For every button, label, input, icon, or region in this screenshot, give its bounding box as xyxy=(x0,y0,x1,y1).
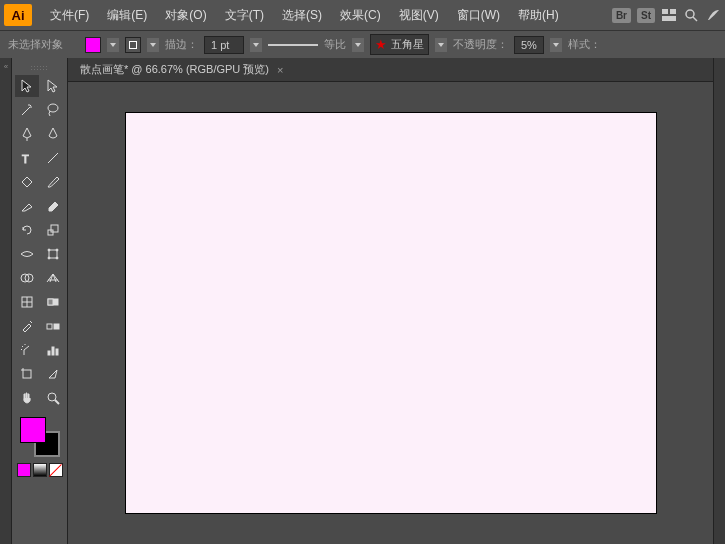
svg-point-12 xyxy=(48,249,50,251)
hand-tool[interactable] xyxy=(15,387,39,409)
fill-dropdown[interactable] xyxy=(107,38,119,52)
mesh-tool[interactable] xyxy=(15,291,39,313)
artboard[interactable] xyxy=(126,113,656,513)
curvature-tool[interactable] xyxy=(41,123,65,145)
width-tool[interactable] xyxy=(15,243,39,265)
color-mode-solid[interactable] xyxy=(17,463,31,477)
svg-rect-28 xyxy=(23,370,31,378)
color-mode-gradient[interactable] xyxy=(33,463,47,477)
brush-selector[interactable]: ★ 五角星 xyxy=(370,34,429,55)
arrange-icon[interactable] xyxy=(661,7,677,23)
svg-line-4 xyxy=(693,17,697,21)
zoom-tool[interactable] xyxy=(41,387,65,409)
svg-point-5 xyxy=(48,104,58,112)
symbol-sprayer-tool[interactable] xyxy=(15,339,39,361)
gradient-tool[interactable] xyxy=(41,291,65,313)
opacity-label: 不透明度： xyxy=(453,37,508,52)
shaper-tool[interactable] xyxy=(15,195,39,217)
svg-marker-8 xyxy=(22,177,32,187)
stroke-profile[interactable] xyxy=(268,44,318,46)
eyedropper-tool[interactable] xyxy=(15,315,39,337)
direct-selection-tool[interactable] xyxy=(41,75,65,97)
color-picker[interactable] xyxy=(20,417,60,457)
menu-view[interactable]: 视图(V) xyxy=(391,3,447,28)
menu-bar: Ai 文件(F) 编辑(E) 对象(O) 文字(T) 选择(S) 效果(C) 视… xyxy=(0,0,725,30)
toolbox: :::::: T xyxy=(12,58,68,544)
menu-file[interactable]: 文件(F) xyxy=(42,3,97,28)
search-icon[interactable] xyxy=(683,7,699,23)
menu-window[interactable]: 窗口(W) xyxy=(449,3,508,28)
svg-point-3 xyxy=(686,10,694,18)
stroke-dropdown[interactable] xyxy=(147,38,159,52)
menu-effect[interactable]: 效果(C) xyxy=(332,3,389,28)
options-bar: 未选择对象 描边： 1 pt 等比 ★ 五角星 不透明度： 5% 样式： xyxy=(0,30,725,58)
type-tool[interactable]: T xyxy=(15,147,39,169)
selection-tool[interactable] xyxy=(15,75,39,97)
opacity-dropdown[interactable] xyxy=(550,38,562,52)
brush-name: 五角星 xyxy=(391,37,424,52)
menu-help[interactable]: 帮助(H) xyxy=(510,3,567,28)
ratio-dropdown[interactable] xyxy=(352,38,364,52)
color-mode-none[interactable] xyxy=(49,463,63,477)
svg-point-15 xyxy=(56,257,58,259)
menu-type[interactable]: 文字(T) xyxy=(217,3,272,28)
menu-edit[interactable]: 编辑(E) xyxy=(99,3,155,28)
menu-select[interactable]: 选择(S) xyxy=(274,3,330,28)
left-collapse-strip[interactable]: ‹‹ xyxy=(0,58,12,544)
fill-swatch[interactable] xyxy=(85,37,101,53)
scale-tool[interactable] xyxy=(41,219,65,241)
svg-rect-22 xyxy=(48,299,53,305)
svg-point-31 xyxy=(48,393,56,401)
eraser-tool[interactable] xyxy=(41,195,65,217)
bridge-badge[interactable]: Br xyxy=(612,8,631,23)
brush-dropdown[interactable] xyxy=(435,38,447,52)
rectangle-tool[interactable] xyxy=(15,171,39,193)
stock-badge[interactable]: St xyxy=(637,8,655,23)
close-icon[interactable]: × xyxy=(277,64,283,76)
svg-rect-24 xyxy=(54,324,59,329)
column-graph-tool[interactable] xyxy=(41,339,65,361)
pen-tool[interactable] xyxy=(15,123,39,145)
magic-wand-tool[interactable] xyxy=(15,99,39,121)
slice-tool[interactable] xyxy=(41,363,65,385)
blend-tool[interactable] xyxy=(41,315,65,337)
stroke-label: 描边： xyxy=(165,37,198,52)
lasso-tool[interactable] xyxy=(41,99,65,121)
document-tab[interactable]: 散点画笔* @ 66.67% (RGB/GPU 预览) × xyxy=(68,58,713,82)
feather-icon[interactable] xyxy=(705,7,721,23)
style-label: 样式： xyxy=(568,37,601,52)
shape-builder-tool[interactable] xyxy=(15,267,39,289)
canvas-viewport[interactable] xyxy=(68,82,713,544)
svg-line-7 xyxy=(48,153,58,163)
stroke-weight-dropdown[interactable] xyxy=(250,38,262,52)
document-tab-title: 散点画笔* @ 66.67% (RGB/GPU 预览) xyxy=(80,62,269,77)
artboard-tool[interactable] xyxy=(15,363,39,385)
stroke-swatch[interactable] xyxy=(125,37,141,53)
svg-rect-0 xyxy=(662,9,668,14)
svg-text:T: T xyxy=(22,153,29,165)
rotate-tool[interactable] xyxy=(15,219,39,241)
menu-object[interactable]: 对象(O) xyxy=(157,3,214,28)
free-transform-tool[interactable] xyxy=(41,243,65,265)
svg-point-14 xyxy=(48,257,50,259)
svg-rect-10 xyxy=(51,225,58,232)
toolbox-grip[interactable]: :::::: xyxy=(31,64,49,71)
foreground-color[interactable] xyxy=(20,417,46,443)
star-icon: ★ xyxy=(375,37,387,52)
document-area: 散点画笔* @ 66.67% (RGB/GPU 预览) × xyxy=(68,58,713,544)
ratio-label: 等比 xyxy=(324,37,346,52)
svg-rect-25 xyxy=(48,351,50,355)
app-logo: Ai xyxy=(4,4,32,26)
stroke-weight-input[interactable]: 1 pt xyxy=(204,36,244,54)
paintbrush-tool[interactable] xyxy=(41,171,65,193)
perspective-grid-tool[interactable] xyxy=(41,267,65,289)
svg-line-32 xyxy=(55,400,59,404)
svg-rect-1 xyxy=(670,9,676,14)
right-panel-strip[interactable] xyxy=(713,58,725,544)
opacity-input[interactable]: 5% xyxy=(514,36,544,54)
selection-status: 未选择对象 xyxy=(8,37,63,52)
svg-rect-27 xyxy=(56,349,58,355)
line-tool[interactable] xyxy=(41,147,65,169)
svg-rect-26 xyxy=(52,347,54,355)
svg-point-13 xyxy=(56,249,58,251)
